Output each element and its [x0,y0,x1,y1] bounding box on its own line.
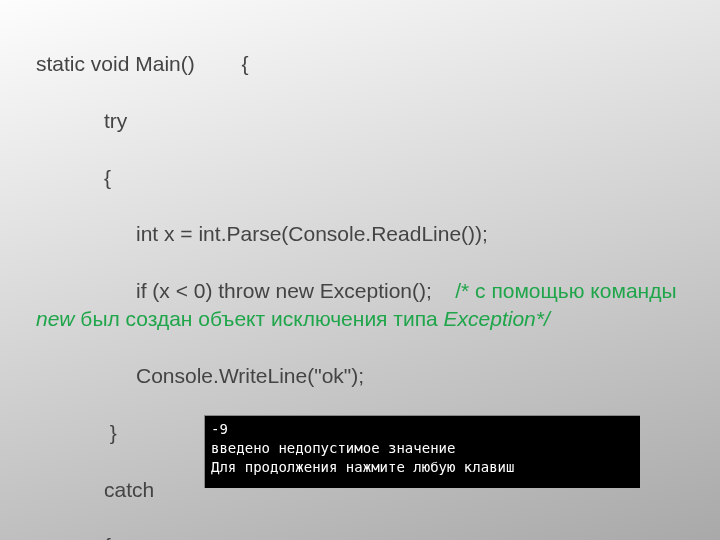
code-line: int x = int.Parse(Console.ReadLine()); [36,220,700,248]
comment-fragment: с помощью команды [475,279,682,302]
console-output: -9 введено недопустимое значение Для про… [204,415,640,488]
comment-fragment: /* [455,279,475,302]
code-line: { [36,164,700,192]
code-line: { [36,532,700,540]
comment-fragment: был создан объект исключения типа [75,307,444,330]
comment-fragment: new [36,307,75,330]
console-line: Для продолжения нажмите любую клавиш [211,458,634,477]
code-line: try [36,107,700,135]
code-fragment: if (x < 0) throw new Exception(); [36,277,455,305]
code-line: if (x < 0) throw new Exception(); /* с п… [36,277,700,334]
comment-fragment: Exception*/ [444,307,550,330]
code-line: Console.WriteLine("ok"); [36,362,700,390]
console-line: -9 [211,420,634,439]
console-line: введено недопустимое значение [211,439,634,458]
code-line: static void Main() { [36,50,700,78]
